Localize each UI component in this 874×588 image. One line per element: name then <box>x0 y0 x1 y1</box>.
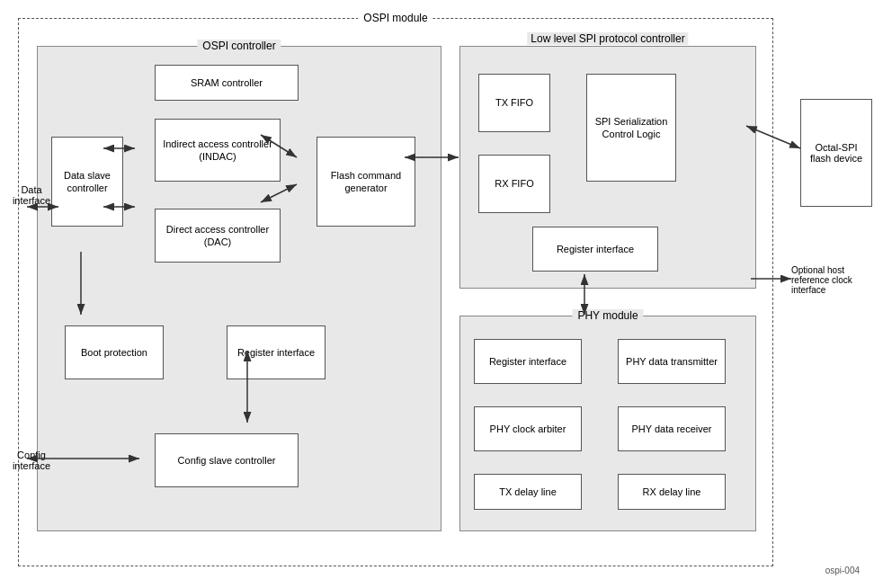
image-id: ospi-004 <box>825 566 860 575</box>
tx-fifo-block: TX FIFO <box>478 74 550 132</box>
register-interface-ctrl-block: Register interface <box>227 325 326 379</box>
phy-data-transmitter-block: PHY data transmitter <box>618 339 726 384</box>
ospi-module: OSPI module OSPI controller SRAM control… <box>18 18 773 566</box>
ll-spi-label: Low level SPI protocol controller <box>527 32 688 45</box>
phy-module-label: PHY module <box>572 309 643 322</box>
optional-host-label: Optional host reference clock interface <box>791 265 874 295</box>
flash-command-block: Flash command generator <box>317 137 415 227</box>
direct-access-block: Direct access controller (DAC) <box>155 209 281 263</box>
phy-module: PHY module Register interface PHY data t… <box>459 316 756 531</box>
data-interface-label: Data interface <box>9 184 54 206</box>
ospi-controller-label: OSPI controller <box>197 40 281 52</box>
register-interface-ll-block: Register interface <box>532 227 658 272</box>
boot-protection-block: Boot protection <box>65 325 164 379</box>
ospi-controller: OSPI controller SRAM controller Indirect… <box>37 46 441 531</box>
rx-delay-line-block: RX delay line <box>618 474 726 510</box>
rx-fifo-block: RX FIFO <box>478 155 550 213</box>
spi-serial-block: SPI Serialization Control Logic <box>586 74 676 182</box>
ospi-module-label: OSPI module <box>358 12 433 24</box>
sram-controller-block: SRAM controller <box>155 65 299 101</box>
indirect-access-block: Indirect access controller (INDAC) <box>155 119 281 182</box>
phy-clock-arbiter-block: PHY clock arbiter <box>474 406 582 451</box>
config-interface-label: Config interface <box>9 450 54 471</box>
ll-spi-controller: Low level SPI protocol controller TX FIF… <box>459 46 756 289</box>
octal-spi-block: Octal-SPI flash device <box>800 99 872 207</box>
phy-data-receiver-block: PHY data receiver <box>618 406 726 451</box>
data-slave-block: Data slave controller <box>51 137 123 227</box>
tx-delay-line-block: TX delay line <box>474 474 582 510</box>
register-interface-phy-block: Register interface <box>474 339 582 384</box>
diagram-container: OSPI module OSPI controller SRAM control… <box>9 9 863 579</box>
config-slave-block: Config slave controller <box>155 433 299 487</box>
